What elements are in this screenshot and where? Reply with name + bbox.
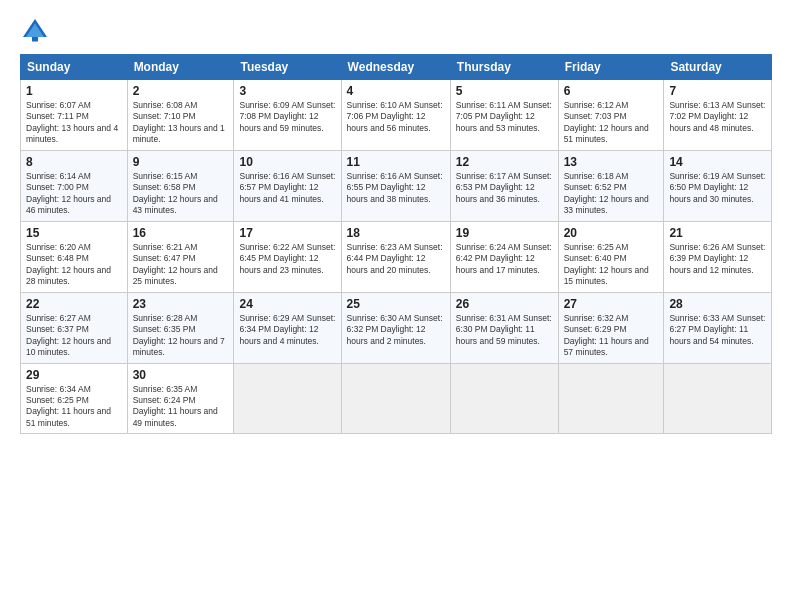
- day-info: Sunrise: 6:17 AM Sunset: 6:53 PM Dayligh…: [456, 171, 553, 205]
- calendar-cell: 17Sunrise: 6:22 AM Sunset: 6:45 PM Dayli…: [234, 221, 341, 292]
- day-number: 3: [239, 84, 335, 98]
- calendar-cell: 12Sunrise: 6:17 AM Sunset: 6:53 PM Dayli…: [450, 150, 558, 221]
- logo: [20, 16, 54, 46]
- calendar-cell: [450, 363, 558, 434]
- calendar-cell: [234, 363, 341, 434]
- col-header-saturday: Saturday: [664, 55, 772, 80]
- day-info: Sunrise: 6:25 AM Sunset: 6:40 PM Dayligh…: [564, 242, 659, 288]
- day-number: 30: [133, 368, 229, 382]
- day-info: Sunrise: 6:35 AM Sunset: 6:24 PM Dayligh…: [133, 384, 229, 430]
- calendar-cell: 21Sunrise: 6:26 AM Sunset: 6:39 PM Dayli…: [664, 221, 772, 292]
- day-info: Sunrise: 6:09 AM Sunset: 7:08 PM Dayligh…: [239, 100, 335, 134]
- col-header-thursday: Thursday: [450, 55, 558, 80]
- calendar-cell: 30Sunrise: 6:35 AM Sunset: 6:24 PM Dayli…: [127, 363, 234, 434]
- calendar-cell: 26Sunrise: 6:31 AM Sunset: 6:30 PM Dayli…: [450, 292, 558, 363]
- calendar-week-row: 1Sunrise: 6:07 AM Sunset: 7:11 PM Daylig…: [21, 80, 772, 151]
- day-number: 25: [347, 297, 445, 311]
- day-info: Sunrise: 6:22 AM Sunset: 6:45 PM Dayligh…: [239, 242, 335, 276]
- calendar-cell: 14Sunrise: 6:19 AM Sunset: 6:50 PM Dayli…: [664, 150, 772, 221]
- calendar-cell: 10Sunrise: 6:16 AM Sunset: 6:57 PM Dayli…: [234, 150, 341, 221]
- day-number: 8: [26, 155, 122, 169]
- day-info: Sunrise: 6:30 AM Sunset: 6:32 PM Dayligh…: [347, 313, 445, 347]
- calendar-cell: 28Sunrise: 6:33 AM Sunset: 6:27 PM Dayli…: [664, 292, 772, 363]
- day-number: 1: [26, 84, 122, 98]
- col-header-friday: Friday: [558, 55, 664, 80]
- day-info: Sunrise: 6:26 AM Sunset: 6:39 PM Dayligh…: [669, 242, 766, 276]
- calendar-cell: 8Sunrise: 6:14 AM Sunset: 7:00 PM Daylig…: [21, 150, 128, 221]
- calendar-cell: 23Sunrise: 6:28 AM Sunset: 6:35 PM Dayli…: [127, 292, 234, 363]
- day-number: 11: [347, 155, 445, 169]
- calendar-cell: 27Sunrise: 6:32 AM Sunset: 6:29 PM Dayli…: [558, 292, 664, 363]
- day-number: 9: [133, 155, 229, 169]
- calendar-cell: 22Sunrise: 6:27 AM Sunset: 6:37 PM Dayli…: [21, 292, 128, 363]
- day-number: 24: [239, 297, 335, 311]
- day-info: Sunrise: 6:12 AM Sunset: 7:03 PM Dayligh…: [564, 100, 659, 146]
- day-info: Sunrise: 6:32 AM Sunset: 6:29 PM Dayligh…: [564, 313, 659, 359]
- day-number: 18: [347, 226, 445, 240]
- day-number: 17: [239, 226, 335, 240]
- logo-icon: [20, 16, 50, 46]
- calendar-cell: 15Sunrise: 6:20 AM Sunset: 6:48 PM Dayli…: [21, 221, 128, 292]
- day-number: 22: [26, 297, 122, 311]
- day-number: 13: [564, 155, 659, 169]
- day-info: Sunrise: 6:13 AM Sunset: 7:02 PM Dayligh…: [669, 100, 766, 134]
- header: [20, 16, 772, 46]
- calendar-cell: 3Sunrise: 6:09 AM Sunset: 7:08 PM Daylig…: [234, 80, 341, 151]
- day-number: 20: [564, 226, 659, 240]
- calendar-cell: [664, 363, 772, 434]
- day-number: 21: [669, 226, 766, 240]
- day-info: Sunrise: 6:19 AM Sunset: 6:50 PM Dayligh…: [669, 171, 766, 205]
- calendar-week-row: 22Sunrise: 6:27 AM Sunset: 6:37 PM Dayli…: [21, 292, 772, 363]
- day-info: Sunrise: 6:07 AM Sunset: 7:11 PM Dayligh…: [26, 100, 122, 146]
- col-header-tuesday: Tuesday: [234, 55, 341, 80]
- day-number: 28: [669, 297, 766, 311]
- day-info: Sunrise: 6:08 AM Sunset: 7:10 PM Dayligh…: [133, 100, 229, 146]
- calendar-cell: 11Sunrise: 6:16 AM Sunset: 6:55 PM Dayli…: [341, 150, 450, 221]
- day-info: Sunrise: 6:20 AM Sunset: 6:48 PM Dayligh…: [26, 242, 122, 288]
- calendar-cell: 24Sunrise: 6:29 AM Sunset: 6:34 PM Dayli…: [234, 292, 341, 363]
- day-info: Sunrise: 6:29 AM Sunset: 6:34 PM Dayligh…: [239, 313, 335, 347]
- col-header-monday: Monday: [127, 55, 234, 80]
- calendar-cell: 9Sunrise: 6:15 AM Sunset: 6:58 PM Daylig…: [127, 150, 234, 221]
- day-number: 27: [564, 297, 659, 311]
- calendar-cell: [341, 363, 450, 434]
- day-number: 26: [456, 297, 553, 311]
- day-number: 23: [133, 297, 229, 311]
- day-info: Sunrise: 6:10 AM Sunset: 7:06 PM Dayligh…: [347, 100, 445, 134]
- col-header-sunday: Sunday: [21, 55, 128, 80]
- day-number: 16: [133, 226, 229, 240]
- calendar-cell: 1Sunrise: 6:07 AM Sunset: 7:11 PM Daylig…: [21, 80, 128, 151]
- calendar-cell: 4Sunrise: 6:10 AM Sunset: 7:06 PM Daylig…: [341, 80, 450, 151]
- day-number: 10: [239, 155, 335, 169]
- calendar-cell: 13Sunrise: 6:18 AM Sunset: 6:52 PM Dayli…: [558, 150, 664, 221]
- svg-rect-2: [32, 37, 38, 42]
- calendar-cell: 16Sunrise: 6:21 AM Sunset: 6:47 PM Dayli…: [127, 221, 234, 292]
- calendar-cell: 25Sunrise: 6:30 AM Sunset: 6:32 PM Dayli…: [341, 292, 450, 363]
- day-info: Sunrise: 6:14 AM Sunset: 7:00 PM Dayligh…: [26, 171, 122, 217]
- day-info: Sunrise: 6:21 AM Sunset: 6:47 PM Dayligh…: [133, 242, 229, 288]
- day-number: 7: [669, 84, 766, 98]
- calendar-week-row: 29Sunrise: 6:34 AM Sunset: 6:25 PM Dayli…: [21, 363, 772, 434]
- day-number: 2: [133, 84, 229, 98]
- calendar-cell: 18Sunrise: 6:23 AM Sunset: 6:44 PM Dayli…: [341, 221, 450, 292]
- calendar-header-row: SundayMondayTuesdayWednesdayThursdayFrid…: [21, 55, 772, 80]
- calendar-cell: 29Sunrise: 6:34 AM Sunset: 6:25 PM Dayli…: [21, 363, 128, 434]
- calendar-cell: 20Sunrise: 6:25 AM Sunset: 6:40 PM Dayli…: [558, 221, 664, 292]
- page: SundayMondayTuesdayWednesdayThursdayFrid…: [0, 0, 792, 612]
- day-number: 15: [26, 226, 122, 240]
- calendar-week-row: 8Sunrise: 6:14 AM Sunset: 7:00 PM Daylig…: [21, 150, 772, 221]
- day-info: Sunrise: 6:16 AM Sunset: 6:55 PM Dayligh…: [347, 171, 445, 205]
- calendar-cell: 6Sunrise: 6:12 AM Sunset: 7:03 PM Daylig…: [558, 80, 664, 151]
- day-number: 12: [456, 155, 553, 169]
- day-info: Sunrise: 6:34 AM Sunset: 6:25 PM Dayligh…: [26, 384, 122, 430]
- calendar-cell: 19Sunrise: 6:24 AM Sunset: 6:42 PM Dayli…: [450, 221, 558, 292]
- day-number: 29: [26, 368, 122, 382]
- day-number: 14: [669, 155, 766, 169]
- calendar-table: SundayMondayTuesdayWednesdayThursdayFrid…: [20, 54, 772, 434]
- calendar-week-row: 15Sunrise: 6:20 AM Sunset: 6:48 PM Dayli…: [21, 221, 772, 292]
- calendar-cell: 5Sunrise: 6:11 AM Sunset: 7:05 PM Daylig…: [450, 80, 558, 151]
- day-info: Sunrise: 6:31 AM Sunset: 6:30 PM Dayligh…: [456, 313, 553, 347]
- day-info: Sunrise: 6:15 AM Sunset: 6:58 PM Dayligh…: [133, 171, 229, 217]
- day-info: Sunrise: 6:24 AM Sunset: 6:42 PM Dayligh…: [456, 242, 553, 276]
- calendar-cell: 2Sunrise: 6:08 AM Sunset: 7:10 PM Daylig…: [127, 80, 234, 151]
